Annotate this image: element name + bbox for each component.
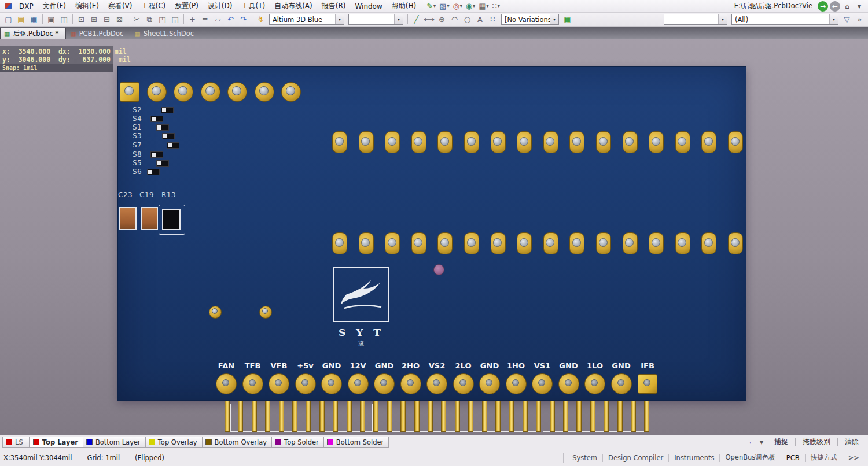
panel-button-item[interactable]: >> — [843, 452, 865, 464]
header-pad[interactable] — [623, 232, 638, 254]
layer-tab-bottom-solder[interactable]: Bottom Solder — [324, 437, 389, 448]
signal-pad[interactable] — [269, 373, 289, 394]
chevron-down-icon[interactable]: ▾ — [829, 14, 838, 24]
small-pad[interactable] — [259, 306, 272, 319]
chevron-down-icon[interactable]: ▾ — [447, 3, 449, 9]
signal-pad[interactable] — [584, 373, 605, 394]
document-path-field[interactable]: E:\后驱\后驱.PcbDoc?Vie — [734, 2, 812, 10]
panel-button-openbus[interactable]: OpenBus调色板 — [720, 452, 780, 464]
redo-icon[interactable]: ↷ — [237, 14, 249, 25]
undo-icon[interactable]: ↶ — [225, 14, 237, 25]
menu-item-6[interactable]: 设计(D) — [203, 0, 237, 12]
menu-item-8[interactable]: 自动布线(A) — [270, 0, 317, 12]
header-pad[interactable] — [701, 232, 716, 254]
menu-item-5[interactable]: 放置(P) — [170, 0, 203, 12]
filter-combo[interactable]: (All)▾ — [731, 14, 838, 25]
selection-filter-icon[interactable]: ▱ — [212, 14, 224, 25]
save-icon[interactable]: ▦ — [28, 14, 40, 25]
header-pad[interactable] — [569, 232, 584, 254]
layer-tab-top-solder[interactable]: Top Solder — [272, 437, 324, 448]
signal-pad[interactable] — [295, 373, 316, 394]
pcb-board[interactable]: S Y T 凌 S2S4S1S3S7S8S5S6C23C19R13FANTFBV… — [117, 66, 746, 401]
mounting-pad[interactable] — [201, 82, 220, 102]
zoom-previous-icon[interactable]: ⊠ — [113, 14, 126, 25]
copy-icon[interactable]: ⧉ — [144, 14, 156, 25]
header-pad[interactable] — [359, 131, 374, 153]
header-pad[interactable] — [675, 131, 690, 153]
header-pad[interactable] — [332, 131, 347, 153]
signal-pad[interactable] — [242, 373, 263, 394]
align-icon[interactable]: ≡ — [199, 14, 211, 25]
circle-icon[interactable]: ○ — [461, 14, 473, 25]
chevron-down-icon[interactable]: ▾ — [460, 3, 462, 9]
header-pad[interactable] — [385, 232, 400, 254]
smd-component[interactable] — [161, 107, 174, 113]
smd-component[interactable] — [156, 160, 169, 167]
header-pad[interactable] — [675, 232, 690, 254]
header-pad[interactable] — [359, 232, 374, 254]
layerbar-button-item[interactable]: 掩膜级别 — [798, 436, 835, 448]
capacitor-component[interactable] — [141, 207, 158, 230]
header-pad[interactable] — [464, 131, 479, 153]
header-pad[interactable] — [543, 232, 558, 254]
header-pad[interactable] — [596, 131, 611, 153]
back-icon[interactable]: ← — [830, 1, 840, 12]
chevron-down-icon[interactable]: ▾ — [433, 3, 436, 9]
mounting-pad[interactable] — [281, 82, 301, 102]
view-mode-combo[interactable]: Altium 3D Blue▾ — [269, 14, 344, 25]
print-preview-icon[interactable]: ◫ — [58, 14, 70, 25]
header-pad[interactable] — [464, 232, 479, 254]
signal-pad[interactable] — [216, 373, 237, 394]
mounting-pad[interactable] — [174, 82, 193, 102]
signal-pad[interactable] — [348, 373, 369, 394]
menu-item-9[interactable]: 报告(R) — [317, 0, 351, 12]
header-pad[interactable] — [411, 131, 426, 153]
header-pad[interactable] — [569, 131, 584, 153]
header-pad[interactable] — [411, 232, 426, 254]
header-pad[interactable] — [517, 232, 532, 254]
header-pad[interactable] — [437, 232, 453, 254]
small-pad[interactable] — [209, 306, 222, 319]
header-pad[interactable] — [623, 131, 638, 153]
smd-component[interactable] — [150, 116, 163, 122]
chevron-down-icon[interactable]: ▾ — [550, 14, 558, 24]
menu-item-7[interactable]: 工具(T) — [237, 0, 270, 12]
panel-button-item[interactable]: 快捷方式 — [806, 452, 843, 464]
mounting-pad-square[interactable] — [120, 82, 139, 102]
signal-pad[interactable] — [479, 373, 500, 394]
cut-icon[interactable]: ✂ — [131, 14, 143, 25]
origin-icon[interactable]: ⊕ — [436, 14, 448, 25]
home-icon[interactable]: ⌂ — [842, 1, 852, 12]
signal-pad[interactable] — [453, 373, 474, 394]
panel-button-design-compiler[interactable]: Design Compiler — [603, 452, 668, 464]
panel-button-instruments[interactable]: Instruments — [669, 452, 719, 464]
secondary-combo[interactable]: ▾ — [348, 14, 403, 25]
panel-button-system[interactable]: System — [567, 452, 602, 464]
new-document-icon[interactable]: ▢ — [2, 14, 14, 25]
polygon-pour-icon[interactable]: ▧▾ — [438, 1, 450, 12]
zoom-area-icon[interactable]: ⊞ — [88, 14, 100, 25]
document-tab-1[interactable]: ▦后驱.PcbDoc * — [0, 28, 66, 39]
net-combo[interactable]: ▾ — [664, 14, 727, 25]
menu-item-11[interactable]: 帮助(H) — [387, 0, 421, 12]
layer-tab-top-layer[interactable]: Top Layer — [30, 437, 83, 448]
menu-item-1[interactable]: 文件(F) — [38, 0, 71, 12]
smd-component[interactable] — [167, 142, 179, 149]
zoom-selection-icon[interactable]: ⊟ — [101, 14, 113, 25]
chevron-down-icon[interactable]: ▾ — [498, 3, 500, 9]
move-icon[interactable]: + — [186, 14, 198, 25]
signal-pad[interactable] — [506, 373, 527, 394]
array-icon[interactable]: ∷ — [487, 14, 499, 25]
header-pad[interactable] — [517, 131, 532, 153]
document-tab-3[interactable]: ▦Sheet1.SchDoc — [131, 28, 201, 39]
smd-component[interactable] — [147, 169, 160, 175]
layer-set-tab[interactable]: LS — [2, 437, 30, 448]
menu-item-3[interactable]: 察看(V) — [104, 0, 137, 12]
filter-icon[interactable]: ▽ — [841, 14, 853, 25]
menu-item-2[interactable]: 编辑(E) — [71, 0, 104, 12]
paste-icon[interactable]: ◰ — [156, 14, 168, 25]
board-shape-icon[interactable]: ▦▾ — [477, 1, 490, 12]
signal-pad[interactable] — [532, 373, 553, 394]
signal-pad[interactable] — [400, 373, 421, 394]
header-pad[interactable] — [543, 131, 558, 153]
